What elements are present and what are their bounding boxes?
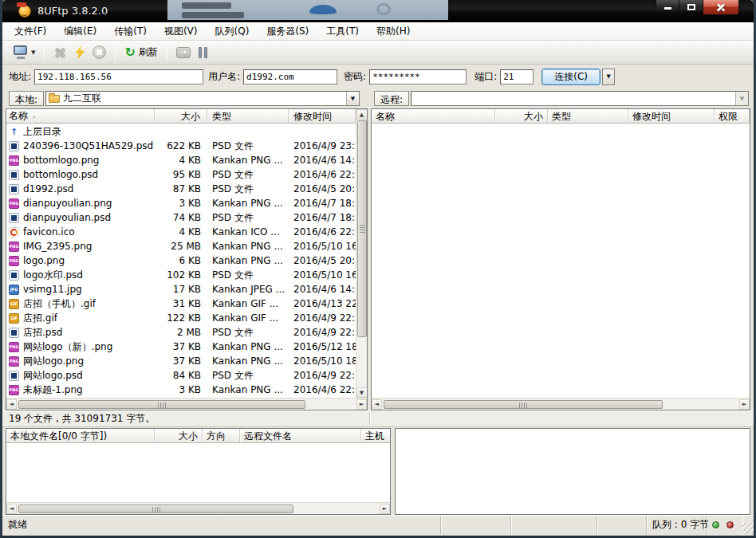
remote-column-headers: 名称大小类型修改时间权限 <box>372 109 750 124</box>
local-horizontal-scrollbar[interactable]: ◄ ► <box>6 398 367 410</box>
table-row[interactable]: GIF店招（手机）.gif31 KBKankan GIF ...2016/4/1… <box>6 296 356 311</box>
menu-item-2[interactable]: 传输(T) <box>105 22 156 41</box>
maximize-button[interactable] <box>679 0 703 15</box>
local-path-dropdown[interactable]: ▼ <box>346 92 359 105</box>
table-row[interactable]: GIF店招.gif122 KBKankan GIF ...2016/4/9 22… <box>6 311 356 325</box>
table-row[interactable]: 240396-130Q51HA529.psd622 KBPSD 文件2016/4… <box>6 139 356 153</box>
menu-item-0[interactable]: 文件(F) <box>6 22 55 41</box>
title-bar[interactable]: 8UFtp 3.8.2.0 <box>2 0 754 22</box>
table-row[interactable]: PNGlogo.png6 KBKankan PNG ...2016/4/5 20… <box>6 253 356 268</box>
transfer-button[interactable]: → <box>172 42 195 63</box>
column-header-3[interactable]: 远程文件名 <box>240 429 361 443</box>
pause-button[interactable] <box>195 42 211 63</box>
scroll-left-icon[interactable]: ◄ <box>6 504 17 514</box>
username-input[interactable] <box>243 69 337 84</box>
path-bar: 本地: 九二互联 ▼ 远程: ▼ <box>2 88 754 108</box>
file-size: 31 KB <box>155 298 207 309</box>
queue-size-status: 队列 : 0 字节 <box>647 516 707 534</box>
scroll-left-icon[interactable]: ◄ <box>372 399 382 410</box>
remote-file-pane: 名称大小类型修改时间权限 ◄ ► <box>371 108 750 410</box>
table-row[interactable]: PNG未标题-1.png3 KBKankan PNG ...2016/4/6 2… <box>6 383 356 397</box>
table-row[interactable]: logo水印.psd102 KBPSD 文件2016/5/10 16 <box>6 268 356 282</box>
file-name: 店招.psd <box>23 326 62 340</box>
scroll-down-icon[interactable]: ▼ <box>356 387 368 398</box>
menu-item-6[interactable]: 工具(T) <box>317 22 368 41</box>
scrollbar-thumb[interactable] <box>384 400 663 409</box>
column-header-4[interactable]: 权限 <box>715 109 750 124</box>
table-row[interactable]: favicon.ico4 KBKankan ICO ...2016/4/6 22… <box>6 225 356 239</box>
table-row[interactable]: JPGvsimg11.jpg17 KBKankan JPEG ...2016/4… <box>6 282 356 296</box>
menu-item-4[interactable]: 队列(Q) <box>207 22 258 41</box>
minimize-button[interactable] <box>656 0 679 15</box>
menu-item-1[interactable]: 编辑(E) <box>55 22 105 41</box>
column-header-3[interactable]: 修改时间 <box>289 109 356 124</box>
local-path-combo[interactable]: 九二互联 ▼ <box>45 91 360 106</box>
column-header-2[interactable]: 类型 <box>548 109 628 124</box>
connect-site-button[interactable]: ▼ <box>9 42 39 63</box>
transfer-icon: → <box>176 47 191 58</box>
stop-button[interactable] <box>89 42 110 63</box>
connect-dropdown-button[interactable]: ▼ <box>602 69 615 85</box>
column-header-1[interactable]: 大小 <box>495 109 548 124</box>
scroll-right-icon[interactable]: ► <box>380 504 390 514</box>
file-size: 622 KB <box>155 140 207 151</box>
remote-path-section: 远程: ▼ <box>368 91 754 106</box>
file-size: 2 MB <box>155 327 207 338</box>
table-row[interactable]: PNG网站logo.png37 KBKankan PNG ...2016/5/1… <box>6 354 356 368</box>
file-size: 4 KB <box>155 155 207 166</box>
remote-horizontal-scrollbar[interactable]: ◄ ► <box>372 398 750 410</box>
disconnect-button[interactable] <box>49 42 71 63</box>
table-row[interactable]: PNGdianpuyoulian.png3 KBKankan PNG ...20… <box>6 196 356 210</box>
quick-connect-button[interactable] <box>71 42 89 63</box>
menu-item-3[interactable]: 视图(V) <box>156 22 207 41</box>
remote-file-list <box>372 124 750 398</box>
table-row[interactable]: dianpuyoulian.psd74 KBPSD 文件2016/4/7 18: <box>6 210 356 225</box>
close-button[interactable] <box>703 0 739 15</box>
scroll-left-icon[interactable]: ◄ <box>6 399 17 410</box>
column-header-1[interactable]: 大小 <box>155 109 207 124</box>
scrollbar-thumb[interactable] <box>18 505 293 513</box>
password-input[interactable] <box>369 69 467 84</box>
remote-path-combo[interactable]: ▼ <box>411 91 749 106</box>
table-row[interactable]: ↑上层目录 <box>6 124 356 139</box>
column-header-0[interactable]: 本地文件名[0/0 字节]) <box>6 429 155 443</box>
port-input[interactable] <box>500 69 534 84</box>
scroll-right-icon[interactable]: ► <box>356 399 367 410</box>
file-name: 网站logo（新）.png <box>23 340 112 354</box>
column-header-2[interactable]: 方向 <box>203 429 240 443</box>
column-header-4[interactable]: 主机 <box>361 429 390 443</box>
scrollbar-thumb[interactable] <box>357 120 367 337</box>
column-header-0[interactable]: 名称▵ <box>6 109 155 124</box>
scrollbar-thumb[interactable] <box>18 400 305 409</box>
column-header-3[interactable]: 修改时间 <box>628 109 715 124</box>
local-vertical-scrollbar[interactable]: ▲ ▼ <box>356 109 367 398</box>
file-date: 2016/4/6 22: <box>289 226 356 238</box>
column-header-0[interactable]: 名称 <box>372 109 495 124</box>
menu-item-5[interactable]: 服务器(S) <box>258 22 317 41</box>
table-row[interactable]: d1992.psd87 KBPSD 文件2016/4/5 20: <box>6 182 356 196</box>
table-row[interactable]: PNG网站logo（新）.png37 KBKankan PNG ...2016/… <box>6 340 356 354</box>
address-input[interactable] <box>34 69 203 84</box>
table-row[interactable]: PNGIMG_2395.png25 MBKankan PNG ...2016/5… <box>6 239 356 253</box>
refresh-button[interactable]: ↻ 刷新 <box>120 42 161 63</box>
file-type: Kankan GIF ... <box>207 298 289 309</box>
connection-bar: 地址: 用户名: 密码: 端口: 连接(C) ▼ <box>2 65 754 88</box>
window-controls <box>656 0 739 15</box>
scroll-up-icon[interactable]: ▲ <box>356 109 368 120</box>
scroll-right-icon[interactable]: ► <box>739 399 750 410</box>
computer-icon <box>13 45 29 59</box>
file-name: 240396-130Q51HA529.psd <box>23 140 153 151</box>
table-row[interactable]: 店招.psd2 MBPSD 文件2016/4/9 22: <box>6 325 356 340</box>
menu-item-7[interactable]: 帮助(H) <box>368 22 419 41</box>
file-name: IMG_2395.png <box>23 241 92 252</box>
table-row[interactable]: bottomlogo.psd95 KBPSD 文件2016/4/6 22: <box>6 167 356 182</box>
png-file-icon: PNG <box>9 342 19 352</box>
table-row[interactable]: 网站logo.psd84 KBPSD 文件2016/4/9 22: <box>6 368 356 383</box>
resize-grip[interactable] <box>742 523 754 534</box>
column-header-1[interactable]: 大小 <box>155 429 203 443</box>
connect-button[interactable]: 连接(C) <box>541 69 600 85</box>
column-header-2[interactable]: 类型 <box>207 109 289 124</box>
file-size: 3 KB <box>155 198 207 209</box>
queue-horizontal-scrollbar[interactable]: ◄ ► <box>6 502 390 514</box>
table-row[interactable]: PNGbottomlogo.png4 KBKankan PNG ...2016/… <box>6 153 356 167</box>
